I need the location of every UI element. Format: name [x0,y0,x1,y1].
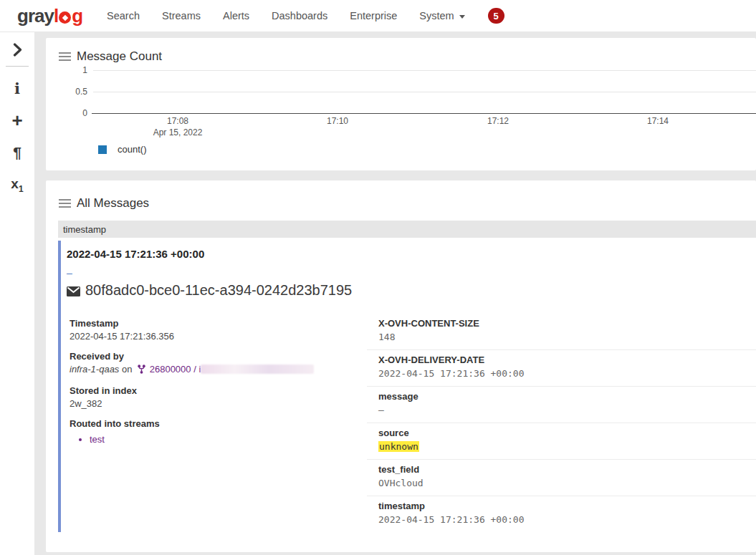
message-row-timestamp[interactable]: 2022-04-15 17:21:36 +00:00 [65,246,756,260]
gridline-1 [93,70,756,71]
field-value: – [378,405,756,416]
column-header-timestamp[interactable]: timestamp [58,221,756,238]
all-messages-title: All Messages [77,196,149,211]
field-name[interactable]: timestamp [378,501,756,512]
field-name[interactable]: X-OVH-CONTENT-SIZE [378,318,756,329]
x-axis-tick-1712: 17:12 [469,116,527,126]
sidebar-divider [6,66,29,67]
gridline-05 [93,92,756,92]
legend-swatch-count [98,145,107,154]
field-name[interactable]: message [378,391,756,402]
logo-text-gray: gray [17,5,54,27]
meta-routed-into-streams-label: Routed into streams [70,418,353,430]
y-axis-tick-05: 0.5 [59,87,87,96]
input-link[interactable]: 26800000 / i [150,364,201,375]
field-name[interactable]: test_field [378,464,756,476]
stream-list-item: test [90,434,353,445]
logo-text-l: l [54,5,58,27]
message-fields: X-OVH-CONTENT-SIZE 148 X-OVH-DELIVERY-DA… [367,318,756,532]
message-row: 2022-04-15 17:21:36 +00:00 – 80f8adc0-bc… [58,241,756,532]
highlighted-value: unknown [378,441,419,452]
received-on-text: on [122,364,132,375]
meta-received-by-label: Received by [70,351,353,362]
nav-item-dashboards[interactable]: Dashboards [272,10,327,21]
add-widget-icon[interactable]: + [0,109,34,132]
code-fork-icon [138,365,145,377]
meta-stored-in-index-value: 2w_382 [70,398,353,410]
search-sidebar: i + ¶ x1 [0,32,34,555]
message-id-heading: 80f8adc0-bce0-11ec-a394-0242d23b7195 [67,282,352,299]
legend-label-count: count() [118,144,146,155]
y-axis-tick-0: 0 [59,109,87,117]
info-glyph: i [14,79,20,97]
meta-timestamp-value: 2022-04-15 17:21:36.356 [70,331,353,342]
meta-stored-in-index-label: Stored in index [70,385,353,397]
all-messages-widget: All Messages timestamp 2022-04-15 17:21:… [46,180,756,552]
x-axis-tick-1708: 17:08 [149,116,206,126]
info-icon[interactable]: i [0,77,34,100]
field-test-field: test_field OVHcloud [367,460,756,496]
message-count-chart: 1 0.5 0 17:08 17:10 17:12 17:14 Apr 15, … [46,38,756,170]
y-axis-tick-1: 1 [59,66,87,74]
chart-legend[interactable]: count() [98,144,146,155]
x-glyph: x [11,176,19,191]
field-timestamp: timestamp 2022-04-15 17:21:36 +00:00 [367,496,756,532]
meta-timestamp-label: Timestamp [70,318,353,329]
notification-badge[interactable]: 5 [488,8,504,24]
x-axis-date-label: Apr 15, 2022 [149,127,206,137]
variables-icon[interactable]: x1 [0,173,34,196]
field-name[interactable]: X-OVH-DELIVERY-DATE [378,354,756,366]
x-axis-line [92,113,756,114]
plus-glyph: + [11,110,22,132]
logo-compass-icon [59,11,71,24]
nav-item-streams[interactable]: Streams [162,10,201,21]
meta-routed-into-streams: Routed into streams test [70,418,353,445]
field-value: 148 [378,332,756,343]
meta-received-by-value: infra-1-qaas on 26800000 / i [70,364,353,377]
meta-timestamp: Timestamp 2022-04-15 17:21:36.356 [70,318,353,342]
message-count-widget: Message Count 1 0.5 0 17:08 17:10 17:12 … [46,38,756,170]
formatting-icon[interactable]: ¶ [0,141,34,164]
nav-item-search[interactable]: Search [107,10,140,21]
redacted-input-name [201,365,314,374]
drag-handle-icon[interactable] [59,197,71,210]
nav-item-alerts[interactable]: Alerts [223,10,249,21]
nav-item-enterprise[interactable]: Enterprise [350,10,397,21]
field-value: OVHcloud [378,478,756,489]
streams-list: test [70,434,353,445]
meta-stored-in-index: Stored in index 2w_382 [70,385,353,410]
nav-item-system-label: System [419,10,454,21]
x-axis-tick-1710: 17:10 [309,116,366,126]
field-name[interactable]: source [378,428,756,439]
graylog-logo[interactable]: graylg [17,5,82,27]
field-x-ovh-delivery-date: X-OVH-DELIVERY-DATE 2022-04-15 17:21:36 … [367,350,756,387]
stream-link-test[interactable]: test [90,434,105,445]
node-name: infra-1-qaas [70,364,119,375]
message-id: 80f8adc0-bce0-11ec-a394-0242d23b7195 [85,282,352,299]
message-row-summary: – [67,267,756,279]
collapse-sidebar-icon[interactable] [0,38,34,61]
all-messages-header: All Messages [46,180,756,211]
chevron-down-icon [459,15,465,19]
logo-text-g: g [72,5,82,27]
subscript-one-glyph: 1 [19,183,24,193]
x-axis-tick-1714: 17:14 [629,116,686,126]
field-source: source unknown [367,423,756,460]
pilcrow-glyph: ¶ [13,144,21,161]
field-value: 2022-04-15 17:21:36 +00:00 [378,368,756,380]
field-value-highlighted: unknown [378,441,756,453]
envelope-icon [67,286,80,296]
meta-received-by: Received by infra-1-qaas on 26800000 / i [70,351,353,377]
top-navbar: graylg Search Streams Alerts Dashboards … [0,0,756,32]
message-metadata: Timestamp 2022-04-15 17:21:36.356 Receiv… [70,318,353,454]
field-x-ovh-content-size: X-OVH-CONTENT-SIZE 148 [367,318,756,350]
field-value: 2022-04-15 17:21:36 +00:00 [378,514,756,526]
nav-item-system[interactable]: System [419,10,464,21]
field-message: message – [367,387,756,423]
nav-items: Search Streams Alerts Dashboards Enterpr… [107,10,465,21]
